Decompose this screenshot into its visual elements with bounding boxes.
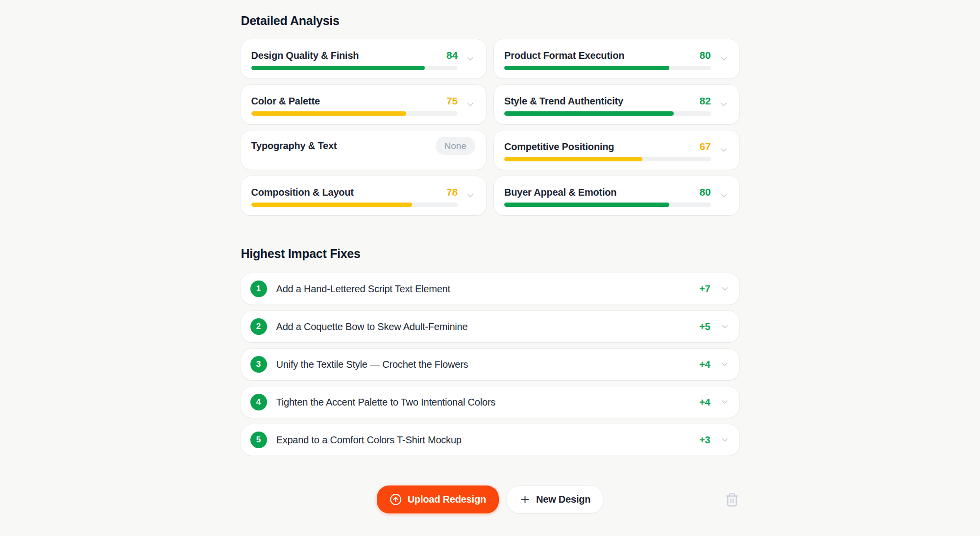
metric-score: 80	[700, 50, 711, 61]
fix-title: Tighten the Accent Palette to Two Intent…	[276, 397, 700, 408]
fix-row-5[interactable]: 5 Expand to a Comfort Colors T-Shirt Moc…	[241, 424, 739, 456]
main-content: Detailed Analysis Design Quality & Finis…	[241, 0, 739, 513]
chevron-down-icon[interactable]	[720, 322, 730, 332]
metric-card-style-trend[interactable]: Style & Trend Authenticity 82	[494, 85, 739, 124]
chevron-down-icon[interactable]	[720, 435, 730, 445]
metric-label: Competitive Positioning	[504, 141, 614, 153]
metric-progress-track	[251, 66, 458, 70]
fix-number-badge: 5	[250, 432, 267, 448]
detailed-analysis-grid: Design Quality & Finish 84 Product Forma…	[241, 39, 739, 215]
none-badge: None	[436, 137, 475, 155]
fix-row-4[interactable]: 4 Tighten the Accent Palette to Two Inte…	[241, 386, 739, 418]
chevron-down-icon[interactable]	[719, 54, 729, 64]
metric-progress-fill	[251, 111, 406, 116]
metric-card-competitive[interactable]: Competitive Positioning 67	[494, 130, 739, 170]
metric-progress-track	[504, 157, 711, 161]
metric-label: Style & Trend Authenticity	[504, 96, 623, 107]
upload-redesign-label: Upload Redesign	[408, 494, 486, 505]
metric-progress-track	[504, 66, 711, 70]
metric-label: Product Format Execution	[504, 50, 624, 61]
fix-impact-score: +5	[699, 321, 710, 332]
metric-label: Composition & Layout	[251, 187, 354, 198]
delete-button[interactable]	[725, 492, 739, 507]
detailed-analysis-heading: Detailed Analysis	[241, 13, 739, 28]
metric-card-design-quality[interactable]: Design Quality & Finish 84	[241, 39, 487, 78]
metric-progress-fill	[251, 203, 413, 207]
fix-title: Unify the Textile Style — Crochet the Fl…	[276, 359, 700, 370]
fix-row-1[interactable]: 1 Add a Hand-Lettered Script Text Elemen…	[241, 273, 739, 305]
fix-impact-score: +4	[699, 359, 710, 370]
fixes-list: 1 Add a Hand-Lettered Script Text Elemen…	[241, 273, 739, 456]
fix-row-3[interactable]: 3 Unify the Textile Style — Crochet the …	[241, 349, 739, 380]
metric-score: 67	[700, 141, 711, 153]
chevron-down-icon[interactable]	[720, 284, 730, 294]
fix-number-badge: 2	[250, 318, 267, 335]
metric-card-buyer-appeal[interactable]: Buyer Appeal & Emotion 80	[494, 176, 739, 215]
new-design-button[interactable]: New Design	[507, 485, 603, 513]
metric-label: Color & Palette	[251, 96, 320, 107]
metric-score: 82	[700, 95, 711, 107]
chevron-down-icon[interactable]	[719, 145, 729, 155]
metric-progress-fill	[504, 203, 669, 207]
highest-impact-fixes-heading: Highest Impact Fixes	[241, 246, 739, 261]
plus-icon	[519, 494, 531, 505]
fix-title: Add a Coquette Bow to Skew Adult-Feminin…	[276, 321, 700, 332]
metric-progress-track	[504, 203, 711, 207]
new-design-label: New Design	[536, 494, 590, 505]
fix-impact-score: +7	[699, 283, 710, 295]
chevron-down-icon[interactable]	[466, 54, 475, 64]
metric-score: 84	[446, 50, 458, 61]
chevron-down-icon[interactable]	[466, 191, 475, 201]
metric-progress-fill	[504, 66, 669, 70]
circle-arrow-up-icon	[390, 493, 402, 506]
actions-bar: Upload Redesign New Design	[241, 485, 739, 513]
metric-label: Typography & Text	[251, 140, 337, 152]
fix-title: Add a Hand-Lettered Script Text Element	[276, 283, 700, 295]
fix-number-badge: 3	[250, 356, 267, 373]
chevron-down-icon[interactable]	[720, 359, 730, 369]
metric-progress-fill	[504, 157, 642, 161]
chevron-down-icon[interactable]	[466, 100, 475, 109]
metric-score: 80	[700, 186, 711, 198]
fix-number-badge: 1	[250, 281, 267, 297]
metric-card-product-format[interactable]: Product Format Execution 80	[494, 39, 739, 78]
metric-progress-fill	[251, 66, 425, 70]
fix-title: Expand to a Comfort Colors T-Shirt Mocku…	[276, 434, 700, 446]
fix-row-2[interactable]: 2 Add a Coquette Bow to Skew Adult-Femin…	[241, 311, 739, 342]
trash-icon	[725, 492, 739, 507]
metric-card-color-palette[interactable]: Color & Palette 75	[241, 85, 487, 124]
metric-score: 75	[446, 95, 458, 107]
chevron-down-icon[interactable]	[719, 100, 729, 109]
metric-progress-track	[251, 111, 458, 116]
metric-label: Design Quality & Finish	[251, 50, 359, 61]
fix-impact-score: +4	[699, 397, 710, 408]
fix-impact-score: +3	[699, 434, 710, 446]
metric-card-typography: Typography & Text None	[241, 130, 487, 170]
metric-progress-track	[251, 203, 458, 207]
chevron-down-icon[interactable]	[720, 397, 730, 407]
metric-progress-track	[504, 111, 711, 116]
metric-card-composition[interactable]: Composition & Layout 78	[241, 176, 487, 215]
metric-label: Buyer Appeal & Emotion	[504, 187, 616, 198]
fix-number-badge: 4	[250, 394, 267, 410]
metric-score: 78	[446, 186, 458, 198]
metric-progress-fill	[504, 111, 674, 116]
chevron-down-icon[interactable]	[719, 191, 729, 201]
upload-redesign-button[interactable]: Upload Redesign	[377, 485, 499, 513]
